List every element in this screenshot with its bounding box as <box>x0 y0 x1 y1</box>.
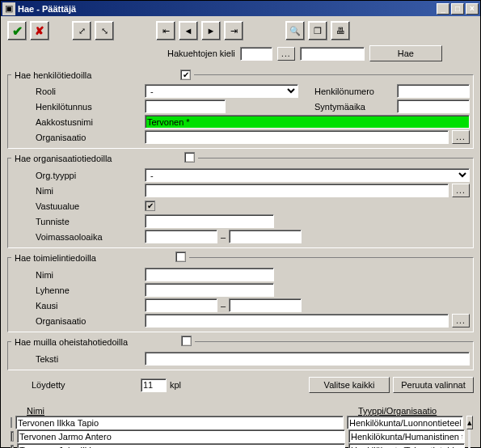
fs2-nimi-label: Nimi <box>11 186 145 196</box>
fs-toimielintiedoilla: Hae toimielintiedoilla Nimi Lyhenne Kaus… <box>7 251 474 332</box>
kieli-name-input[interactable] <box>300 47 365 61</box>
fs1-legend: Hae henkilötiedoilla <box>15 70 91 80</box>
app-icon: ▣ <box>2 2 15 15</box>
tunniste-input[interactable] <box>145 214 274 228</box>
confirm-button[interactable]: ✔ <box>7 21 27 40</box>
kieli-lookup-button[interactable]: ... <box>277 47 295 61</box>
fs3-organisaatio-input[interactable] <box>145 314 449 328</box>
voimassa-to-input[interactable] <box>229 230 302 243</box>
table-row: ▴ <box>11 416 470 429</box>
row-nimi[interactable] <box>17 429 345 443</box>
row-checkbox[interactable] <box>11 445 14 448</box>
henkilonumero-input[interactable] <box>397 84 470 98</box>
hae-button[interactable]: Hae <box>369 45 442 61</box>
fs-henkilotiedoilla: Hae henkilötiedoilla ✔ Rooli - Henkilönu… <box>7 70 474 149</box>
fs2-legend: Hae organisaatiotiedoilla <box>15 154 112 163</box>
tunniste-label: Tunniste <box>11 217 145 226</box>
results-area: Nimi Tyyppi/Organisaatio ▴▾ <box>1 403 480 448</box>
kausi-to-input[interactable] <box>229 298 302 312</box>
row-tyyppi[interactable] <box>348 429 465 443</box>
fs3-enable-checkbox[interactable] <box>175 251 186 262</box>
table-row <box>11 443 470 448</box>
fs3-organisaatio-label: Organisaatio <box>11 316 145 326</box>
titlebar: ▣ Hae - Päättäjä _ □ × <box>1 1 480 16</box>
toolbar: ✔ ✘ ⤢ ⤡ ⇤ ◄ ► ⇥ 🔍 ❐ 🖶 <box>1 16 480 45</box>
fs2-enable-checkbox[interactable] <box>184 152 195 163</box>
aakkostusnimi-input[interactable] <box>145 115 470 129</box>
kausi-label: Kausi <box>11 301 145 311</box>
row-nimi[interactable] <box>15 416 344 429</box>
first-page-button[interactable]: ⇤ <box>156 21 175 40</box>
hakuehtojen-kieli-label: Hakuehtojen kieli <box>167 49 235 58</box>
peruuta-valinnat-button[interactable]: Peruuta valinnat <box>393 377 474 393</box>
window-title: Hae - Päättäjä <box>18 4 437 14</box>
expand-button[interactable]: ⤢ <box>72 21 91 40</box>
vastuualue-label: Vastuualue <box>11 201 145 211</box>
row-nimi[interactable] <box>17 443 345 448</box>
loydetty-count <box>141 378 167 392</box>
organisaatio-label: Organisaatio <box>11 133 145 142</box>
copy-button[interactable]: ❐ <box>308 21 327 40</box>
orgtyyppi-select[interactable]: - <box>145 168 470 182</box>
scrollbar-track[interactable] <box>468 443 470 448</box>
collapse-button[interactable]: ⤡ <box>95 21 114 40</box>
row-tyyppi[interactable] <box>347 416 463 429</box>
row-tyyppi[interactable] <box>348 443 465 448</box>
aakkostusnimi-label: Aakkostusnimi <box>11 117 145 127</box>
fs3-nimi-label: Nimi <box>11 270 145 280</box>
prev-page-button[interactable]: ◄ <box>179 21 198 40</box>
kausi-dash: – <box>221 301 226 311</box>
fs1-enable-checkbox[interactable]: ✔ <box>180 70 191 80</box>
row-checkbox[interactable] <box>11 431 14 442</box>
fs3-nimi-input[interactable] <box>145 268 274 281</box>
voimassa-label: Voimassaoloaika <box>11 232 145 242</box>
syntymaaika-input[interactable] <box>397 99 470 113</box>
row-checkbox[interactable] <box>11 417 12 428</box>
fs4-enable-checkbox[interactable] <box>181 336 192 346</box>
last-page-button[interactable]: ⇥ <box>224 21 243 40</box>
henkilonumero-label: Henkilönumero <box>314 87 374 96</box>
henkilotunnus-input[interactable] <box>145 99 226 113</box>
organisaatio-input[interactable] <box>145 130 449 144</box>
voimassa-from-input[interactable] <box>145 230 217 243</box>
voimassa-dash: – <box>221 232 226 242</box>
rooli-select[interactable]: - <box>145 84 298 98</box>
fs-organisaatiotiedoilla: Hae organisaatiotiedoilla Org.tyyppi - N… <box>7 152 474 248</box>
henkilotunnus-label: Henkilötunnus <box>11 102 145 112</box>
next-page-button[interactable]: ► <box>201 21 221 40</box>
col-nimi-header: Nimi <box>27 406 358 416</box>
fs2-nimi-lookup-button[interactable]: ... <box>452 184 470 197</box>
col-tyyppi-header: Tyyppi/Organisaatio <box>358 406 458 416</box>
lyhenne-label: Lyhenne <box>11 285 145 295</box>
teksti-input[interactable] <box>145 352 470 366</box>
kieli-code-input[interactable] <box>240 47 272 61</box>
close-button[interactable]: × <box>466 3 479 15</box>
minimize-button[interactable]: _ <box>437 3 449 15</box>
syntymaaika-label: Syntymäaika <box>314 102 365 112</box>
maximize-button[interactable]: □ <box>451 3 464 15</box>
fs-oheistahotiedoilla: Hae muilla oheistahotiedoilla Teksti <box>7 336 474 370</box>
fs4-legend: Hae muilla oheistahotiedoilla <box>15 337 128 347</box>
scrollbar-track[interactable] <box>468 429 470 443</box>
loydetty-unit: kpl <box>170 380 181 390</box>
vastuualue-checkbox[interactable]: ✔ <box>145 201 155 211</box>
organisaatio-lookup-button[interactable]: ... <box>452 130 470 144</box>
valitse-kaikki-button[interactable]: Valitse kaikki <box>309 377 390 393</box>
print-button[interactable]: 🖶 <box>331 21 350 40</box>
cancel-button[interactable]: ✘ <box>30 21 49 40</box>
fs3-organisaatio-lookup-button[interactable]: ... <box>452 314 470 328</box>
orgtyyppi-label: Org.tyyppi <box>11 171 145 180</box>
loydetty-label: Löydetty <box>7 380 141 390</box>
search-icon-button[interactable]: 🔍 <box>285 21 305 40</box>
teksti-label: Teksti <box>11 354 145 364</box>
lyhenne-input[interactable] <box>145 283 274 297</box>
fs2-nimi-input[interactable] <box>145 184 449 197</box>
rooli-label: Rooli <box>11 87 145 96</box>
scroll-up-button[interactable]: ▴ <box>466 416 473 429</box>
fs3-legend: Hae toimielintiedoilla <box>15 253 96 263</box>
table-row <box>11 429 470 443</box>
kausi-from-input[interactable] <box>145 298 217 312</box>
